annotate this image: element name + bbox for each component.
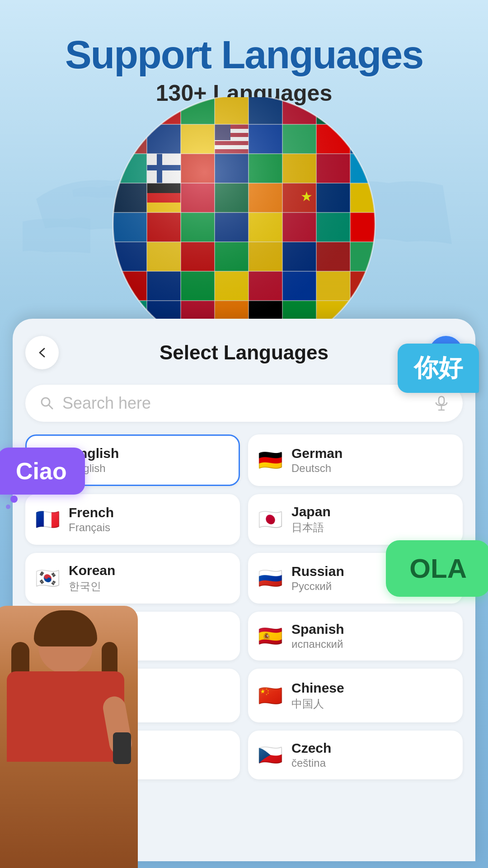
lang-names-ko: Korean 한국인 <box>69 563 115 594</box>
flag-fr: 🇫🇷 <box>33 505 61 533</box>
lang-native-fr: Français <box>69 521 114 534</box>
svg-line-13 <box>113 97 147 124</box>
microphone-icon[interactable] <box>434 396 449 411</box>
lang-names-ru: Russian Русский <box>291 564 344 593</box>
svg-rect-104 <box>439 396 444 405</box>
svg-line-14 <box>113 97 147 124</box>
flag-es: 🇪🇸 <box>256 622 284 650</box>
lang-native-zh: 中国人 <box>291 697 344 711</box>
lang-native-es: испанский <box>291 638 344 651</box>
lang-names-es: Spanish испанский <box>291 622 344 651</box>
svg-rect-22 <box>350 124 384 154</box>
flag-ko: 🇰🇷 <box>33 564 61 592</box>
search-bar[interactable]: Search here <box>25 385 463 422</box>
language-item-de[interactable]: 🇩🇪 German Deutsch <box>248 434 463 486</box>
language-item-es[interactable]: 🇪🇸 Spanish испанский <box>248 612 463 660</box>
svg-point-102 <box>113 97 375 350</box>
svg-rect-1 <box>113 97 147 124</box>
lang-native-ko: 한국인 <box>69 579 115 594</box>
lang-native-de: Deutsch <box>291 462 343 475</box>
lang-name-cs: Czech <box>291 741 331 756</box>
lang-native-cs: čeština <box>291 757 331 769</box>
flag-ru: 🇷🇺 <box>256 564 284 592</box>
lang-name-ru: Russian <box>291 564 344 579</box>
svg-line-10 <box>113 97 147 124</box>
card-header: Select Languages <box>25 336 463 369</box>
flag-zh: 🇨🇳 <box>256 682 284 710</box>
lang-name-de: German <box>291 446 343 461</box>
language-item-ja[interactable]: 🇯🇵 Japan 日本語 <box>248 494 463 545</box>
main-title: Support Languages <box>0 34 488 75</box>
ciao-bubble: Ciao <box>0 448 85 495</box>
card-title: Select Languages <box>160 341 328 364</box>
nihao-bubble: 你好 <box>398 344 479 393</box>
lang-names-fr: French Français <box>69 505 114 534</box>
lang-name-ko: Korean <box>69 563 115 578</box>
lang-name-es: Spanish <box>291 622 344 637</box>
back-icon <box>35 346 49 359</box>
flag-ja: 🇯🇵 <box>256 505 284 533</box>
svg-line-9 <box>113 97 147 124</box>
lang-name-fr: French <box>69 505 114 520</box>
language-item-ko[interactable]: 🇰🇷 Korean 한국인 <box>25 553 240 604</box>
language-item-zh[interactable]: 🇨🇳 Chinese 中国人 <box>248 669 463 722</box>
flag-cs: 🇨🇿 <box>256 741 284 769</box>
language-item-cs[interactable]: 🇨🇿 Czech čeština <box>248 731 463 779</box>
woman-figure <box>0 606 138 868</box>
ola-bubble: OLA <box>386 540 488 597</box>
lang-native-ru: Русский <box>291 580 344 593</box>
lang-names-cs: Czech čeština <box>291 741 331 769</box>
lang-names-zh: Chinese 中国人 <box>291 680 344 711</box>
search-icon <box>39 395 55 411</box>
lang-names-de: German Deutsch <box>291 446 343 475</box>
header-section: Support Languages 130+ Languages <box>0 0 488 106</box>
lang-name-zh: Chinese <box>291 680 344 696</box>
lang-native-ja: 日本語 <box>291 520 331 535</box>
globe-container: ★ <box>99 97 389 341</box>
flag-de: 🇩🇪 <box>256 446 284 474</box>
globe-svg: ★ <box>99 97 389 350</box>
lang-names-ja: Japan 日本語 <box>291 504 331 535</box>
lang-name-ja: Japan <box>291 504 331 519</box>
search-placeholder: Search here <box>62 394 427 413</box>
svg-rect-8 <box>350 97 384 124</box>
language-item-fr[interactable]: 🇫🇷 French Français <box>25 494 240 545</box>
back-button[interactable] <box>25 336 59 369</box>
